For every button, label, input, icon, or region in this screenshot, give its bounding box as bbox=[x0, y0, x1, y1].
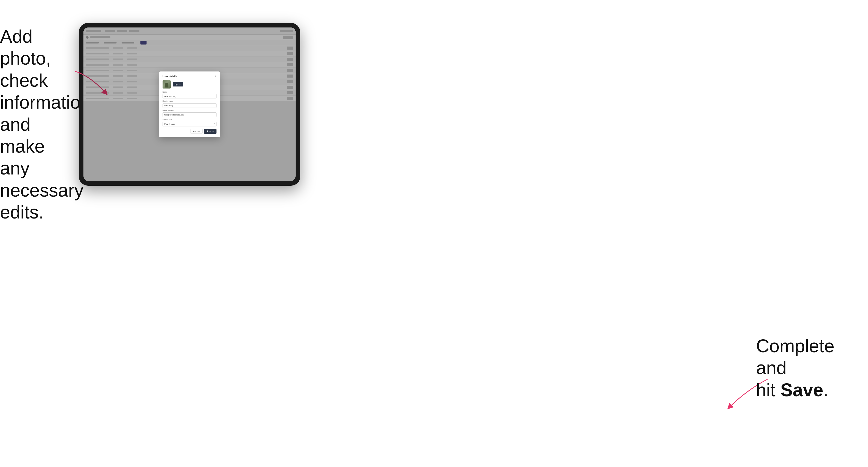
modal-overlay: User details × Upload Name Dis bbox=[84, 28, 296, 181]
annotation-left-line4: necessary edits. bbox=[0, 180, 84, 222]
school-year-label: School Year bbox=[162, 119, 216, 121]
email-label: Email address bbox=[162, 110, 216, 112]
school-year-stepper[interactable]: ▲ ▼ bbox=[212, 122, 213, 125]
photo-upload-area: Upload bbox=[162, 81, 216, 89]
cancel-button[interactable]: Cancel bbox=[190, 129, 203, 134]
stepper-down-icon: ▼ bbox=[212, 124, 213, 125]
display-name-input[interactable] bbox=[162, 103, 216, 108]
annotation-left-line1: Add photo, check bbox=[0, 26, 51, 91]
tablet-device: User details × Upload Name Dis bbox=[79, 23, 300, 186]
user-details-modal: User details × Upload Name Dis bbox=[159, 71, 220, 137]
email-input[interactable] bbox=[162, 113, 216, 117]
annotation-left-line3: make any bbox=[0, 136, 45, 178]
annotation-left: Add photo, check information and make an… bbox=[0, 25, 74, 223]
school-year-field-group: School Year × ▲ ▼ bbox=[162, 119, 216, 126]
clear-school-year-button[interactable]: × bbox=[214, 123, 215, 125]
name-label: Name bbox=[162, 91, 216, 93]
display-name-field-group: Display name bbox=[162, 100, 216, 108]
modal-title: User details bbox=[162, 75, 177, 78]
annotation-left-line2: information and bbox=[0, 92, 91, 134]
email-field-group: Email address bbox=[162, 110, 216, 117]
photo-image bbox=[162, 81, 171, 89]
school-year-input[interactable] bbox=[162, 122, 216, 126]
modal-close-button[interactable]: × bbox=[215, 75, 216, 77]
name-input[interactable] bbox=[162, 94, 216, 98]
save-icon: ⬆ bbox=[207, 130, 208, 132]
display-name-label: Display name bbox=[162, 100, 216, 102]
tablet-screen: User details × Upload Name Dis bbox=[84, 28, 296, 181]
user-photo-thumbnail bbox=[162, 81, 171, 89]
annotation-right-text: Complete andhit Save. bbox=[756, 335, 863, 401]
upload-photo-button[interactable]: Upload bbox=[173, 82, 183, 87]
modal-header: User details × bbox=[162, 75, 216, 78]
save-button[interactable]: ⬆ Save bbox=[204, 129, 216, 134]
modal-footer: Cancel ⬆ Save bbox=[162, 129, 216, 134]
save-button-label: Save bbox=[209, 130, 214, 132]
name-field-group: Name bbox=[162, 91, 216, 99]
school-year-input-wrapper: × ▲ ▼ bbox=[162, 121, 216, 126]
annotation-right: Complete andhit Save. bbox=[756, 335, 863, 401]
